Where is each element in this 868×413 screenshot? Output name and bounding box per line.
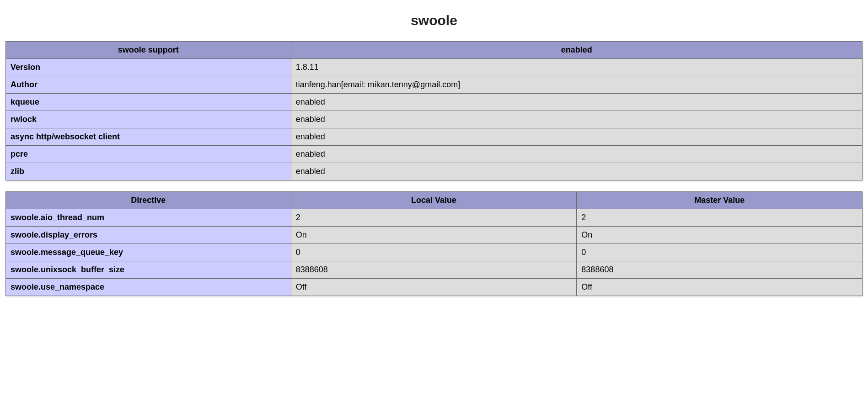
table-row: Authortianfeng.han[email: mikan.tenny@gm… (6, 76, 863, 94)
row-value: 1.8.11 (291, 59, 862, 76)
directive-table: Directive Local Value Master Value swool… (5, 191, 863, 296)
table-header-row: Directive Local Value Master Value (6, 192, 863, 209)
table-row: swoole.aio_thread_num22 (6, 209, 863, 227)
master-value: 2 (577, 209, 863, 227)
table-row: zlibenabled (6, 163, 863, 180)
row-value: enabled (291, 163, 862, 180)
row-value: enabled (291, 128, 862, 146)
header-local-value: Local Value (291, 192, 577, 209)
master-value: Off (577, 279, 863, 296)
local-value: Off (291, 279, 577, 296)
table-row: swoole.display_errorsOnOn (6, 227, 863, 244)
header-enabled: enabled (291, 42, 862, 59)
row-name: Author (6, 76, 291, 94)
row-value: enabled (291, 146, 862, 163)
table-row: kqueueenabled (6, 94, 863, 111)
local-value: 0 (291, 244, 577, 261)
row-name: pcre (6, 146, 291, 163)
row-value: tianfeng.han[email: mikan.tenny@gmail.co… (291, 76, 862, 94)
table-row: Version1.8.11 (6, 59, 863, 76)
row-value: enabled (291, 111, 862, 128)
table-row: swoole.unixsock_buffer_size8388608838860… (6, 261, 863, 279)
row-name: Version (6, 59, 291, 76)
master-value: 0 (577, 244, 863, 261)
master-value: On (577, 227, 863, 244)
page-title: swoole (5, 13, 863, 28)
master-value: 8388608 (577, 261, 863, 279)
header-master-value: Master Value (577, 192, 863, 209)
table-row: swoole.message_queue_key00 (6, 244, 863, 261)
swoole-support-table: swoole support enabled Version1.8.11Auth… (5, 41, 863, 180)
header-swoole-support: swoole support (6, 42, 291, 59)
table-row: async http/websocket clientenabled (6, 128, 863, 146)
row-value: enabled (291, 94, 862, 111)
directive-name: swoole.unixsock_buffer_size (6, 261, 291, 279)
directive-name: swoole.use_namespace (6, 279, 291, 296)
header-directive: Directive (6, 192, 291, 209)
directive-name: swoole.display_errors (6, 227, 291, 244)
directive-name: swoole.aio_thread_num (6, 209, 291, 227)
row-name: rwlock (6, 111, 291, 128)
local-value: 8388608 (291, 261, 577, 279)
local-value: 2 (291, 209, 577, 227)
table-row: pcreenabled (6, 146, 863, 163)
row-name: async http/websocket client (6, 128, 291, 146)
row-name: kqueue (6, 94, 291, 111)
table-row: swoole.use_namespaceOffOff (6, 279, 863, 296)
table-row: rwlockenabled (6, 111, 863, 128)
table-header-row: swoole support enabled (6, 42, 863, 59)
directive-name: swoole.message_queue_key (6, 244, 291, 261)
row-name: zlib (6, 163, 291, 180)
local-value: On (291, 227, 577, 244)
